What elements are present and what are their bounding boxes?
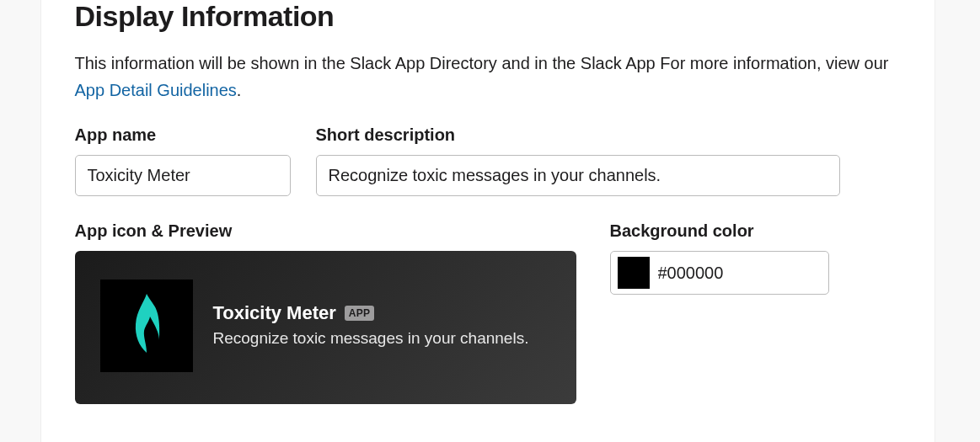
app-icon-preview-label: App icon & Preview <box>75 221 576 241</box>
section-description-suffix: . <box>237 81 242 99</box>
flame-icon <box>124 292 169 359</box>
background-color-field[interactable] <box>610 251 829 295</box>
background-color-input[interactable] <box>658 264 822 283</box>
preview-app-description: Recognize toxic messages in your channel… <box>213 328 551 350</box>
background-color-label: Background color <box>610 221 829 241</box>
section-description-text: This information will be shown in the Sl… <box>75 54 889 72</box>
preview-app-name: Toxicity Meter <box>213 302 336 324</box>
short-description-input[interactable] <box>316 155 840 196</box>
color-swatch[interactable] <box>618 257 650 289</box>
app-icon[interactable] <box>100 280 193 372</box>
app-preview-card[interactable]: Toxicity Meter APP Recognize toxic messa… <box>75 251 576 404</box>
app-name-label: App name <box>75 125 291 145</box>
app-badge: APP <box>345 306 375 321</box>
app-name-input[interactable] <box>75 155 291 196</box>
short-description-label: Short description <box>316 125 840 145</box>
section-title: Display Information <box>75 0 901 33</box>
section-description: This information will be shown in the Sl… <box>75 50 901 104</box>
guidelines-link[interactable]: App Detail Guidelines <box>75 81 237 99</box>
